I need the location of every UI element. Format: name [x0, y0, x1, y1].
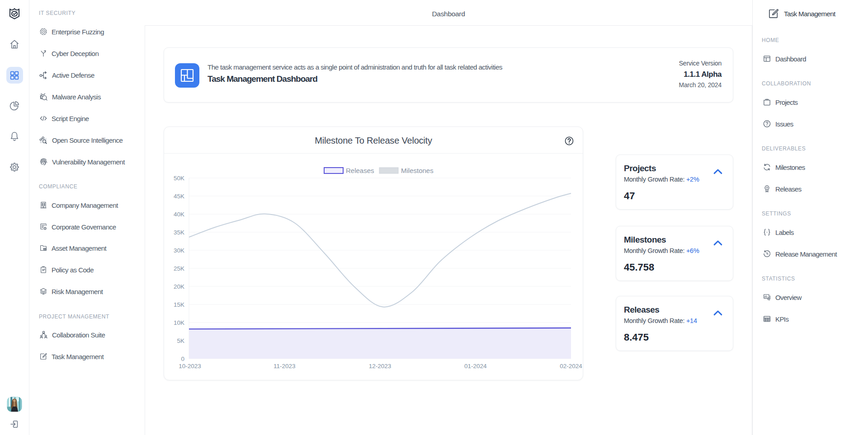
svg-text:40K: 40K [174, 211, 184, 218]
svg-text:45K: 45K [174, 193, 184, 200]
svg-text:20K: 20K [174, 283, 184, 290]
svg-text:11-2023: 11-2023 [274, 363, 296, 370]
svg-text:10-2023: 10-2023 [179, 363, 201, 370]
svg-text:10K: 10K [174, 319, 184, 326]
svg-text:15K: 15K [174, 301, 184, 308]
svg-text:02-2024: 02-2024 [560, 363, 582, 370]
svg-text:Milestones: Milestones [401, 167, 434, 174]
svg-text:35K: 35K [174, 229, 184, 236]
svg-text:12-2023: 12-2023 [369, 363, 392, 370]
svg-text:50K: 50K [174, 175, 184, 182]
svg-text:25K: 25K [174, 265, 184, 272]
svg-text:30K: 30K [174, 247, 184, 254]
svg-text:01-2024: 01-2024 [464, 363, 487, 370]
svg-text:Releases: Releases [346, 167, 374, 174]
svg-text:5K: 5K [177, 337, 184, 344]
svg-text:0: 0 [181, 355, 184, 362]
